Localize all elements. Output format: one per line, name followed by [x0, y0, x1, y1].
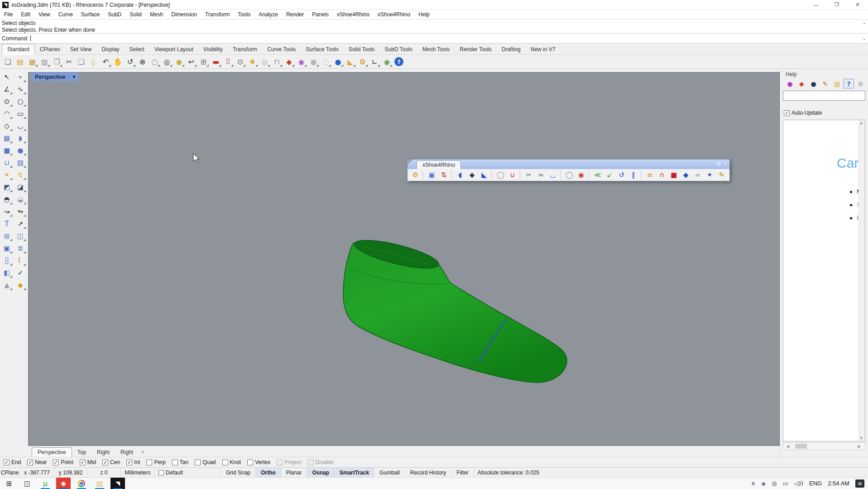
notification-center-icon[interactable]: ≡	[855, 479, 864, 488]
solid-edit-tool[interactable]: ▣	[0, 242, 13, 254]
checkbox-icon[interactable]	[277, 460, 283, 465]
scroll-up-icon[interactable]: ∧	[860, 121, 863, 126]
zoom-extents-icon[interactable]: ◎	[161, 56, 173, 68]
red-box-icon[interactable]: ■	[668, 169, 680, 180]
command-history[interactable]: Select objectsSelect objects. Press Ente…	[0, 19, 868, 34]
viewport-title[interactable]: Perspective ▼	[31, 73, 78, 81]
tab-mesh-tools[interactable]: Mesh Tools	[417, 44, 455, 54]
tab-subd-tools[interactable]: SubD Tools	[380, 44, 417, 54]
ortho-pane[interactable]: Ortho	[256, 468, 281, 477]
blend-curve-tool[interactable]: ◡	[14, 120, 27, 132]
point-tool[interactable]: ∘	[14, 71, 27, 83]
copy-icon[interactable]: ❑	[75, 56, 87, 68]
tab-visibility[interactable]: Visibility	[198, 44, 228, 54]
shoe-arrows-icon[interactable]: ↙	[604, 169, 615, 180]
filter-pane[interactable]: Filter	[451, 468, 474, 477]
tolerance-pane[interactable]: Absolute tolerance: 0.025	[474, 468, 868, 477]
notes-pencil-icon[interactable]: ✎	[716, 169, 728, 180]
undo-view-icon[interactable]: ↩	[185, 56, 197, 68]
scroll-down-icon[interactable]: ∨	[860, 436, 863, 440]
xshoe4rhino-titlebar[interactable]: xShoe4Rhino ⚙×	[408, 160, 729, 169]
material-panel-icon[interactable]: ◆	[796, 79, 807, 88]
osnap-project[interactable]: Project	[277, 459, 301, 465]
flow-curves-icon[interactable]: ≈	[535, 169, 547, 180]
render-spray-tool[interactable]: ◆	[14, 279, 27, 291]
history-scroll-icon[interactable]: ⌄	[863, 20, 866, 25]
emap-tool[interactable]: ≣	[14, 242, 27, 254]
tab-transform[interactable]: Transform	[228, 44, 262, 54]
viewport-tab-right-2[interactable]: Right	[115, 448, 139, 457]
rendered-view-icon[interactable]: ●	[332, 56, 344, 68]
cut-icon[interactable]: ✂	[63, 56, 75, 68]
help-vertical-scrollbar[interactable]: ∧ ∨	[858, 120, 865, 441]
clock[interactable]: 2:54 AM	[828, 480, 849, 487]
move-tool[interactable]: ↗	[14, 218, 27, 230]
rhino-app[interactable]: ◥	[110, 478, 125, 489]
boolean-difference-tool[interactable]: ◒	[14, 193, 27, 205]
sole-outline-2-icon[interactable]: ◯	[563, 169, 575, 180]
extend-tool[interactable]: ↯	[14, 169, 27, 181]
chrome-app[interactable]	[74, 478, 89, 489]
primitives-tool[interactable]: ▲	[0, 279, 13, 291]
menu-item[interactable]: Panels	[308, 10, 333, 19]
menu-item[interactable]: Solid	[125, 10, 146, 19]
cube-sphere-icon[interactable]: ◉	[575, 169, 587, 180]
array-grid-tool[interactable]: ⣿	[0, 254, 13, 266]
spotlight-icon[interactable]: ◣	[344, 56, 356, 68]
save-icon[interactable]: ▦	[26, 56, 38, 68]
settings-panel-icon[interactable]: ⚙	[855, 79, 866, 88]
osnap-vertex[interactable]: Vertex	[247, 459, 270, 465]
osnap-disable[interactable]: Disable	[308, 459, 334, 465]
checkbox-icon[interactable]	[222, 460, 228, 465]
boolean-union-tool[interactable]: ◓	[0, 193, 13, 205]
scroll-right-icon[interactable]: >	[858, 444, 860, 449]
checkbox-icon[interactable]	[146, 460, 152, 465]
print-icon[interactable]: ▥	[38, 56, 51, 68]
menu-item[interactable]: View	[34, 10, 54, 19]
material-roll-icon[interactable]: ◆	[466, 169, 478, 180]
checkbox-icon[interactable]	[4, 460, 10, 465]
new-viewport-button[interactable]: +	[139, 448, 147, 457]
color-wheel-icon[interactable]: ◉	[295, 56, 307, 68]
arc-tool[interactable]: ◠	[0, 107, 13, 120]
help-content[interactable]: Car ●M●S●R ∧ ∨	[783, 120, 865, 441]
blue-prism-icon[interactable]: ◆	[680, 169, 691, 180]
osnap-tan[interactable]: Tan	[172, 459, 188, 465]
viewport-tab-perspective[interactable]: Perspective	[32, 447, 72, 457]
polygon-tool[interactable]: ◇	[0, 120, 13, 132]
open-file-icon[interactable]: ▤	[14, 56, 26, 68]
xshoe4rhino-toolbar[interactable]: xShoe4Rhino ⚙× ⚙▣⇅◖◆◣◯∪✂≈◡◯◉≪↙↺∥≡∩■◆∞✦✎	[407, 159, 730, 181]
trim-tool[interactable]: ◧	[0, 266, 13, 279]
pen-panel-icon[interactable]: ✎	[820, 79, 830, 88]
loft-surface-tool[interactable]: ◗	[14, 132, 27, 144]
export-icon[interactable]: ❐	[51, 56, 63, 68]
start-button[interactable]: ⊞	[2, 478, 16, 489]
color-wheel-panel-icon[interactable]: ●	[785, 79, 795, 88]
viewport-tab-right[interactable]: Right	[91, 448, 115, 457]
checkbox-icon[interactable]	[784, 110, 790, 116]
tree-hierarchy-icon[interactable]: ≡	[644, 169, 656, 180]
chamfer-tool[interactable]: ◪	[14, 181, 27, 193]
osnap-int[interactable]: Int	[126, 459, 140, 465]
toolbar-separator[interactable]	[560, 170, 562, 179]
viewport-layout-icon[interactable]: ⊞	[197, 56, 210, 68]
osnap-cen[interactable]: Cen	[102, 459, 120, 465]
toolbar-separator[interactable]	[451, 170, 453, 179]
smarttrack-pane[interactable]: SmartTrack	[335, 468, 374, 477]
scroll-left-icon[interactable]: <	[787, 444, 790, 449]
earth-globe-icon[interactable]: ◉	[381, 56, 393, 68]
check-command-tool[interactable]: ✓	[14, 266, 27, 279]
command-options-icon[interactable]: ⌄	[863, 36, 866, 41]
toolbar-separator[interactable]	[589, 170, 590, 179]
zoom-in-icon[interactable]: ⊕	[136, 56, 149, 68]
osnap-perp[interactable]: Perp	[146, 459, 165, 465]
pan-icon[interactable]: ✋	[112, 56, 124, 68]
tab-standard[interactable]: Standard	[2, 44, 35, 55]
rotate-view-icon[interactable]: ↺	[124, 56, 136, 68]
osnap-point[interactable]: Point	[53, 459, 73, 465]
tab-drafting[interactable]: Drafting	[497, 44, 526, 54]
volume-icon[interactable]: ◁))	[794, 480, 803, 487]
checkbox-icon[interactable]	[126, 460, 132, 465]
screen-clip-icon[interactable]: ◎	[772, 480, 777, 487]
osnap-circle-icon[interactable]: ⊙	[234, 56, 246, 68]
